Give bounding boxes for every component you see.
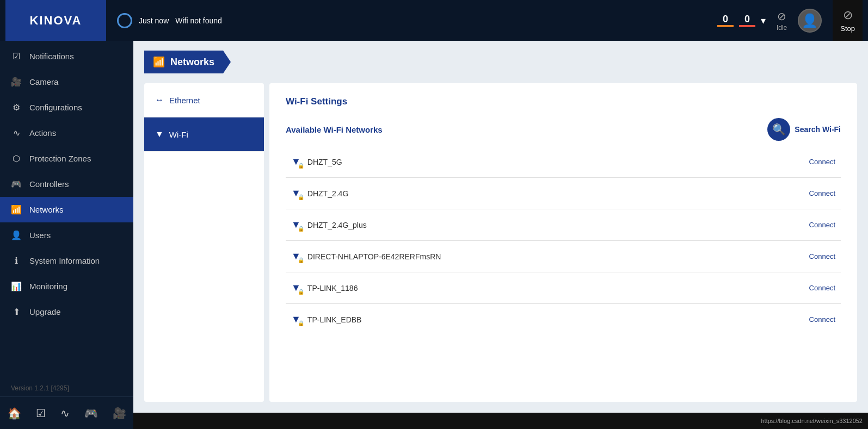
logo-area: KINOVA [5, 0, 106, 41]
ethernet-tab-icon: ↔ [155, 95, 164, 105]
bottom-nav-home[interactable]: 🏠 [3, 402, 26, 424]
idle-section[interactable]: ⊘ Idle [777, 10, 787, 32]
idle-label: Idle [777, 24, 787, 32]
wifi-signal-icon: ▼ 🔒 [291, 282, 301, 294]
lock-icon: 🔒 [298, 194, 304, 200]
lock-icon: 🔒 [298, 257, 304, 263]
content-area: 📶 Networks ↔ Ethernet ▼ Wi-Fi [133, 41, 868, 429]
sidebar-item-label-protection-zones: Protection Zones [29, 154, 91, 163]
search-wifi-button[interactable]: 🔍 Search Wi-Fi [767, 118, 841, 141]
bottom-nav-bar: 🏠 ☑ ∿ 🎮 🎥 [0, 396, 133, 429]
topbar-center: Just now Wifi not found [106, 13, 717, 28]
sidebar-item-actions[interactable]: ∿ Actions [0, 120, 133, 146]
network-left: ▼ 🔒 DHZT_2.4G_plus [291, 219, 367, 231]
search-wifi-label: Search Wi-Fi [795, 125, 841, 134]
logo: KINOVA [30, 14, 82, 28]
wifi-signal-icon: ▼ 🔒 [291, 251, 301, 262]
counter1: 0 [717, 14, 734, 27]
stop-label: Stop [840, 24, 855, 33]
sidebar-item-upgrade[interactable]: ⬆ Upgrade [0, 299, 133, 325]
tab-ethernet[interactable]: ↔ Ethernet [144, 83, 264, 117]
right-panel: Wi-Fi Settings Available Wi-Fi Networks … [269, 83, 857, 402]
sidebar-item-controllers[interactable]: 🎮 Controllers [0, 171, 133, 197]
counter-bar-orange [717, 25, 734, 27]
topbar-right: 0 0 ▾ ⊘ Idle 👤 ⊘ Stop [717, 0, 863, 41]
sidebar-item-label-camera: Camera [29, 77, 58, 86]
sidebar-item-label-networks: Networks [29, 205, 64, 214]
system-information-icon: ℹ [11, 256, 22, 266]
camera-icon: 🎥 [11, 77, 22, 87]
counter-bar-red [739, 25, 755, 27]
network-name: TP-LINK_1186 [307, 284, 358, 293]
sidebar-item-label-system-information: System Information [29, 256, 100, 265]
sidebar-item-label-monitoring: Monitoring [29, 282, 67, 291]
sidebar-item-protection-zones[interactable]: ⬡ Protection Zones [0, 146, 133, 171]
stop-button[interactable]: ⊘ Stop [833, 0, 863, 41]
protection-zones-icon: ⬡ [11, 153, 22, 164]
lock-icon: 🔒 [298, 289, 304, 295]
connect-button-dhzt24gplus[interactable]: Connect [809, 221, 835, 229]
avatar[interactable]: 👤 [798, 9, 822, 33]
sidebar-item-users[interactable]: 👤 Users [0, 222, 133, 248]
wifi-settings-title: Wi-Fi Settings [286, 96, 841, 107]
status-time: Just now [139, 16, 169, 25]
connect-button-dhzt5g[interactable]: Connect [809, 158, 835, 166]
actions-icon: ∿ [11, 128, 22, 138]
sidebar-item-label-actions: Actions [29, 128, 56, 138]
connect-button-tplink1186[interactable]: Connect [809, 284, 835, 292]
sidebar-nav: ☑ Notifications 🎥 Camera ⚙ Configuration… [0, 41, 133, 380]
sidebar-item-monitoring[interactable]: 📊 Monitoring [0, 273, 133, 299]
available-networks-header: Available Wi-Fi Networks 🔍 Search Wi-Fi [286, 118, 841, 141]
status-bar: https://blog.csdn.net/weixin_s3312052 [133, 413, 868, 429]
bottom-nav-camera[interactable]: 🎥 [108, 402, 131, 424]
sidebar-item-label-controllers: Controllers [29, 179, 69, 189]
network-left: ▼ 🔒 TP-LINK_EDBB [291, 314, 361, 325]
wifi-tab-icon: ▼ [155, 129, 164, 139]
lock-icon: 🔒 [298, 163, 304, 169]
notifications-icon: ☑ [11, 51, 22, 61]
network-left: ▼ 🔒 DHZT_5G [291, 156, 342, 167]
network-name: DIRECT-NHLAPTOP-6E42RERFmsRN [307, 252, 441, 261]
lock-icon: 🔒 [298, 226, 304, 232]
network-item-direct: ▼ 🔒 DIRECT-NHLAPTOP-6E42RERFmsRN Connect [286, 241, 841, 272]
connect-button-direct[interactable]: Connect [809, 252, 835, 260]
wifi-signal-icon: ▼ 🔒 [291, 156, 301, 167]
counter-dropdown-button[interactable]: ▾ [761, 15, 766, 27]
sidebar-item-camera[interactable]: 🎥 Camera [0, 69, 133, 95]
wifi-signal-icon: ▼ 🔒 [291, 219, 301, 231]
avatar-icon: 👤 [802, 13, 818, 28]
monitoring-icon: 📊 [11, 281, 22, 291]
search-circle: 🔍 [767, 118, 790, 141]
connect-button-tplinkEDBB[interactable]: Connect [809, 315, 835, 324]
status-url: https://blog.csdn.net/weixin_s3312052 [761, 418, 863, 424]
network-item-tplinkEDBB: ▼ 🔒 TP-LINK_EDBB Connect [286, 304, 841, 335]
sidebar-item-system-information[interactable]: ℹ System Information [0, 248, 133, 273]
bottom-nav-controllers[interactable]: 🎮 [80, 402, 102, 424]
connect-button-dhzt24g[interactable]: Connect [809, 189, 835, 197]
wifi-status: Wifi not found [175, 16, 222, 25]
users-icon: 👤 [11, 230, 22, 240]
configurations-icon: ⚙ [11, 102, 22, 113]
sidebar-item-label-configurations: Configurations [29, 103, 82, 112]
page-title: Networks [170, 57, 214, 68]
controllers-icon: 🎮 [11, 179, 22, 189]
version-text: Version 1.2.1 [4295] [0, 380, 133, 396]
sidebar-item-notifications[interactable]: ☑ Notifications [0, 43, 133, 69]
available-networks-label: Available Wi-Fi Networks [286, 125, 383, 134]
search-icon: 🔍 [772, 123, 786, 136]
tab-wifi-label: Wi-Fi [169, 130, 188, 139]
sidebar-item-networks[interactable]: 📶 Networks [0, 197, 133, 222]
network-name: DHZT_2.4G_plus [307, 221, 367, 229]
upgrade-icon: ⬆ [11, 307, 22, 317]
tab-wifi[interactable]: ▼ Wi-Fi [144, 117, 264, 152]
networks-page-icon: 📶 [153, 56, 165, 68]
bottom-nav-actions[interactable]: ∿ [56, 402, 74, 424]
counters: 0 0 ▾ [717, 14, 766, 27]
sidebar: ☑ Notifications 🎥 Camera ⚙ Configuration… [0, 41, 133, 429]
network-left: ▼ 🔒 DHZT_2.4G [291, 188, 348, 199]
sidebar-item-configurations[interactable]: ⚙ Configurations [0, 95, 133, 120]
tab-ethernet-label: Ethernet [169, 96, 200, 105]
bottom-nav-tasks[interactable]: ☑ [32, 402, 50, 424]
left-panel: ↔ Ethernet ▼ Wi-Fi [144, 83, 264, 402]
topbar: KINOVA Just now Wifi not found 0 0 ▾ ⊘ [0, 0, 868, 41]
